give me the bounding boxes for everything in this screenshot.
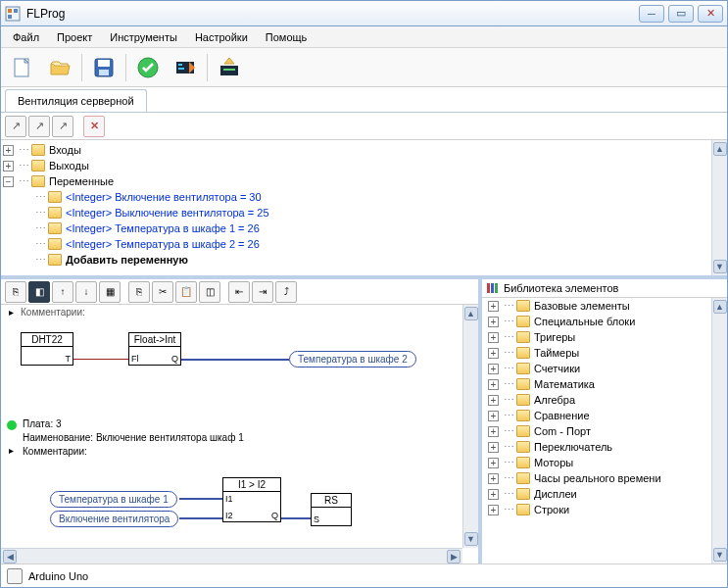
library-item[interactable]: +⋯Дисплеи (482, 486, 711, 502)
close-button[interactable]: ✕ (698, 5, 723, 23)
scroll-down-icon[interactable]: ▼ (713, 548, 727, 562)
expand-icon[interactable]: + (3, 161, 14, 172)
tree-close-button[interactable]: ✕ (83, 116, 105, 137)
block-float-int[interactable]: Float->Int Fl Q (128, 332, 181, 366)
expand-icon[interactable]: + (488, 364, 499, 374)
upload-button[interactable] (214, 52, 245, 83)
minimize-button[interactable]: ─ (639, 5, 664, 23)
expand-icon[interactable]: + (488, 473, 499, 484)
tree-variable-item[interactable]: ⋯<Integer> Температура в шкафе 2 = 26 (3, 236, 707, 252)
canvas-tool-up[interactable]: ↑ (52, 281, 73, 303)
canvas-tool-1[interactable]: ⎘ (5, 281, 26, 303)
library-item[interactable]: +⋯Счетчики (482, 361, 711, 376)
menu-help[interactable]: Помощь (258, 29, 315, 45)
library-item[interactable]: +⋯Базовые элементы (482, 298, 711, 314)
collapse-icon[interactable]: − (3, 176, 14, 187)
canvas-tool-cut[interactable]: ✂ (152, 281, 173, 303)
tree-toolbar: ↗ ↗ ↗ ✕ (1, 113, 727, 140)
wire (181, 359, 289, 361)
scroll-left-icon[interactable]: ◀ (3, 550, 17, 564)
tree-node-inputs[interactable]: +⋯Входы (3, 142, 707, 158)
expand-icon[interactable]: + (488, 489, 499, 500)
canvas-tool-2[interactable]: ◧ (28, 281, 50, 303)
new-file-button[interactable] (7, 52, 38, 83)
tree-variable-item[interactable]: ⋯<Integer> Температура в шкафе 1 = 26 (3, 220, 707, 236)
expand-icon[interactable]: + (488, 426, 499, 437)
canvas-tool-11[interactable]: ⇥ (252, 281, 273, 303)
library-item[interactable]: +⋯Тригеры (482, 329, 711, 345)
expand-icon[interactable]: + (488, 442, 499, 453)
canvas-tool-down[interactable]: ↓ (75, 281, 97, 303)
block-dht22[interactable]: DHT22 T (21, 332, 73, 366)
library-item[interactable]: +⋯Моторы (482, 455, 711, 470)
expand-icon[interactable]: + (3, 145, 14, 156)
library-item[interactable]: +⋯Сравнение (482, 408, 711, 423)
menubar: Файл Проект Инструменты Настройки Помощь (1, 26, 727, 48)
expand-icon[interactable]: + (488, 348, 499, 359)
expand-icon[interactable]: + (488, 317, 499, 327)
arrow-icon: ▸ (9, 307, 14, 318)
expand-icon[interactable]: + (488, 395, 499, 406)
menu-project[interactable]: Проект (49, 29, 100, 45)
canvas-tool-copy[interactable]: ⎘ (128, 281, 150, 303)
tree-btn-1[interactable]: ↗ (5, 116, 26, 137)
tree-btn-3[interactable]: ↗ (52, 116, 73, 137)
tree-add-variable[interactable]: ⋯Добавить переменную (3, 252, 707, 268)
library-item[interactable]: +⋯Com - Порт (482, 423, 711, 439)
folder-icon (48, 238, 62, 250)
expand-icon[interactable]: + (488, 505, 499, 515)
library-item[interactable]: +⋯Переключатель (482, 439, 711, 455)
tree-scrollbar[interactable]: ▲ ▼ (711, 140, 727, 275)
menu-settings[interactable]: Настройки (187, 29, 256, 45)
canvas-scrollbar-v[interactable]: ▲ ▼ (462, 305, 478, 548)
menu-tools[interactable]: Инструменты (102, 29, 185, 45)
library-item-label: Переключатель (534, 441, 612, 453)
block-rs[interactable]: RS S (311, 493, 352, 526)
expand-icon[interactable]: + (488, 411, 499, 421)
library-scrollbar[interactable]: ▲ ▼ (711, 298, 727, 564)
canvas-tool-paste[interactable]: 📋 (175, 281, 197, 303)
tree-btn-2[interactable]: ↗ (28, 116, 50, 137)
library-item[interactable]: +⋯Математика (482, 376, 711, 392)
oval-temp2[interactable]: Температура в шкафе 2 (289, 351, 416, 368)
scroll-right-icon[interactable]: ▶ (447, 550, 461, 564)
block-compare[interactable]: I1 > I2 I1 I2 Q (222, 477, 281, 522)
tree-variable-item[interactable]: ⋯<Integer> Включение вентилятора = 30 (3, 189, 707, 205)
expand-icon[interactable]: + (488, 379, 499, 390)
tree-node-outputs[interactable]: +⋯Выходы (3, 158, 707, 173)
oval-temp1[interactable]: Температура в шкафе 1 (50, 491, 177, 508)
expand-icon[interactable]: + (488, 458, 499, 468)
menu-file[interactable]: Файл (5, 29, 47, 45)
library-item[interactable]: +⋯Алгебра (482, 392, 711, 408)
tree-variable-item[interactable]: ⋯<Integer> Выключение вентилятора = 25 (3, 205, 707, 220)
scroll-up-icon[interactable]: ▲ (464, 307, 478, 320)
canvas-tool-10[interactable]: ⇤ (228, 281, 250, 303)
scroll-down-icon[interactable]: ▼ (713, 260, 727, 273)
expand-icon[interactable]: + (488, 301, 499, 312)
canvas-tool-12[interactable]: ⤴ (275, 281, 297, 303)
save-button[interactable] (88, 52, 120, 83)
open-file-button[interactable] (44, 52, 75, 83)
scroll-up-icon[interactable]: ▲ (713, 300, 727, 314)
library-item[interactable]: +⋯Часы реального времени (482, 470, 711, 486)
folder-icon (31, 175, 45, 187)
expand-icon[interactable]: + (488, 332, 499, 343)
canvas-tool-5[interactable]: ▦ (99, 281, 121, 303)
scroll-up-icon[interactable]: ▲ (713, 142, 727, 156)
project-tab[interactable]: Вентиляция серверной (5, 89, 147, 112)
library-item[interactable]: +⋯Строки (482, 502, 711, 517)
folder-icon (48, 254, 62, 266)
check-button[interactable] (132, 52, 164, 83)
canvas-tool-9[interactable]: ◫ (199, 281, 220, 303)
tree-node-variables[interactable]: −⋯Переменные (3, 173, 707, 189)
library-item[interactable]: +⋯Таймеры (482, 345, 711, 361)
folder-icon (48, 207, 62, 219)
oval-fanon[interactable]: Включение вентилятора (50, 511, 178, 527)
diagram-canvas[interactable]: Комментарии: ▸ DHT22 T Float->Int Fl Q Т… (1, 305, 478, 564)
app-icon (5, 6, 21, 22)
canvas-scrollbar-h[interactable]: ◀ ▶ (1, 548, 462, 564)
library-item[interactable]: +⋯Специальные блоки (482, 314, 711, 329)
maximize-button[interactable]: ▭ (668, 5, 694, 23)
compile-button[interactable] (170, 52, 201, 83)
scroll-down-icon[interactable]: ▼ (464, 532, 478, 546)
